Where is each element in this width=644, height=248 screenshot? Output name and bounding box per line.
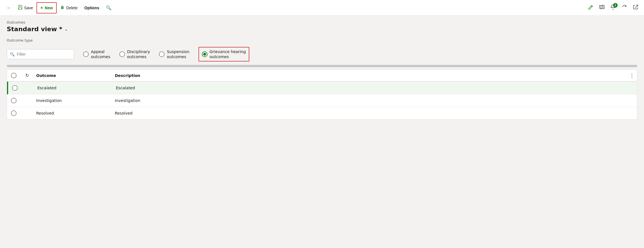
page-title-row: Standard view * ⌄ bbox=[7, 26, 637, 33]
back-button[interactable]: ← bbox=[3, 2, 15, 13]
row-radio-2 bbox=[11, 98, 17, 103]
options-button[interactable]: Options bbox=[81, 2, 103, 13]
th-description: Description bbox=[113, 70, 627, 81]
row-sync-3 bbox=[20, 110, 34, 117]
table: ↻ Outcome Description ⋮ Esca bbox=[7, 69, 637, 120]
row-description-1: Escalated bbox=[114, 82, 627, 94]
filter-input[interactable] bbox=[17, 52, 71, 56]
radio-disciplinary[interactable]: Disciplinaryoutcomes bbox=[119, 49, 150, 59]
new-icon: + bbox=[40, 5, 43, 10]
open-icon bbox=[633, 4, 638, 11]
radio-label-disciplinary: Disciplinaryoutcomes bbox=[127, 49, 150, 59]
open-button[interactable] bbox=[631, 3, 641, 13]
row-outcome-1: Escalated bbox=[35, 82, 114, 94]
table-row[interactable]: Resolved Resolved bbox=[7, 107, 637, 120]
row-description-2: Investigation bbox=[113, 95, 627, 106]
radio-label-suspension: Suspensionoutcomes bbox=[167, 49, 189, 59]
page-title-asterisk: * bbox=[59, 26, 63, 33]
radio-label-appeal: Appealoutcomes bbox=[91, 49, 110, 59]
back-icon: ← bbox=[7, 5, 11, 10]
map-icon bbox=[599, 4, 605, 11]
page-title: Standard view * bbox=[7, 26, 62, 33]
toolbar: ← Save + New Delete Options bbox=[0, 0, 644, 16]
row-description-3: Resolved bbox=[113, 108, 627, 119]
radio-circle-appeal bbox=[83, 51, 89, 57]
row-radio-3 bbox=[11, 110, 17, 116]
radio-circle-disciplinary bbox=[119, 51, 125, 57]
radio-appeal[interactable]: Appealoutcomes bbox=[83, 49, 110, 59]
search-icon: 🔍 bbox=[106, 5, 111, 10]
eraser-button[interactable] bbox=[586, 3, 596, 13]
radio-grievance[interactable]: Grievance hearingoutcomes bbox=[198, 47, 249, 62]
refresh-icon bbox=[622, 4, 627, 11]
filter-search-icon: 🔍 bbox=[10, 52, 15, 56]
row-more-1 bbox=[627, 85, 637, 91]
row-radio-1 bbox=[12, 85, 18, 91]
delete-icon bbox=[60, 5, 65, 11]
delete-label: Delete bbox=[66, 6, 77, 10]
row-more-3 bbox=[627, 110, 637, 117]
radio-circle-suspension bbox=[159, 51, 165, 57]
refresh-button[interactable] bbox=[619, 3, 629, 13]
row-sync-1 bbox=[22, 85, 35, 91]
notification-badge: 0 bbox=[613, 3, 618, 8]
th-select-all[interactable] bbox=[7, 70, 20, 81]
outcome-type-label: Outcome type bbox=[7, 38, 637, 42]
filter-radio-row: 🔍 Appealoutcomes Disciplinaryoutcomes Su… bbox=[7, 47, 637, 62]
row-checkbox-3[interactable] bbox=[7, 107, 20, 119]
filter-box[interactable]: 🔍 bbox=[7, 49, 74, 59]
new-label: New bbox=[45, 6, 53, 10]
save-icon bbox=[18, 5, 22, 11]
new-button[interactable]: + New bbox=[36, 2, 57, 13]
table-row[interactable]: Escalated Escalated bbox=[7, 82, 637, 94]
more-icon: ⋮ bbox=[629, 72, 634, 78]
table-header: ↻ Outcome Description ⋮ bbox=[7, 70, 637, 82]
radio-label-grievance: Grievance hearingoutcomes bbox=[210, 49, 246, 59]
refresh-icon-sm: ↻ bbox=[25, 73, 29, 78]
toolbar-right: 0 bbox=[586, 3, 641, 13]
breadcrumb: Outcomes bbox=[7, 20, 637, 24]
row-sync-2 bbox=[20, 97, 34, 104]
row-outcome-3: Resolved bbox=[34, 108, 113, 119]
options-label: Options bbox=[85, 6, 99, 10]
header-checkbox bbox=[11, 73, 17, 78]
scroll-track[interactable] bbox=[7, 65, 637, 67]
row-more-2 bbox=[627, 97, 637, 104]
save-label: Save bbox=[24, 6, 33, 10]
search-button[interactable]: 🔍 bbox=[102, 2, 115, 13]
radio-suspension[interactable]: Suspensionoutcomes bbox=[159, 49, 189, 59]
table-row[interactable]: Investigation Investigation bbox=[7, 94, 637, 107]
notification-button[interactable]: 0 bbox=[608, 3, 618, 13]
delete-button[interactable]: Delete bbox=[57, 2, 81, 13]
row-outcome-2: Investigation bbox=[34, 95, 113, 106]
eraser-icon bbox=[588, 4, 593, 11]
th-refresh[interactable]: ↻ bbox=[20, 70, 34, 81]
title-dropdown-icon[interactable]: ⌄ bbox=[65, 27, 68, 31]
row-checkbox-1[interactable] bbox=[8, 82, 22, 94]
radio-circle-grievance bbox=[202, 51, 207, 57]
th-more[interactable]: ⋮ bbox=[627, 70, 637, 81]
app-container: ← Save + New Delete Options bbox=[0, 0, 644, 248]
map-button[interactable] bbox=[597, 3, 607, 13]
page-content: Outcomes Standard view * ⌄ Outcome type … bbox=[0, 16, 644, 124]
row-checkbox-2[interactable] bbox=[7, 94, 20, 107]
save-button[interactable]: Save bbox=[15, 2, 36, 13]
th-outcome: Outcome bbox=[34, 70, 113, 81]
